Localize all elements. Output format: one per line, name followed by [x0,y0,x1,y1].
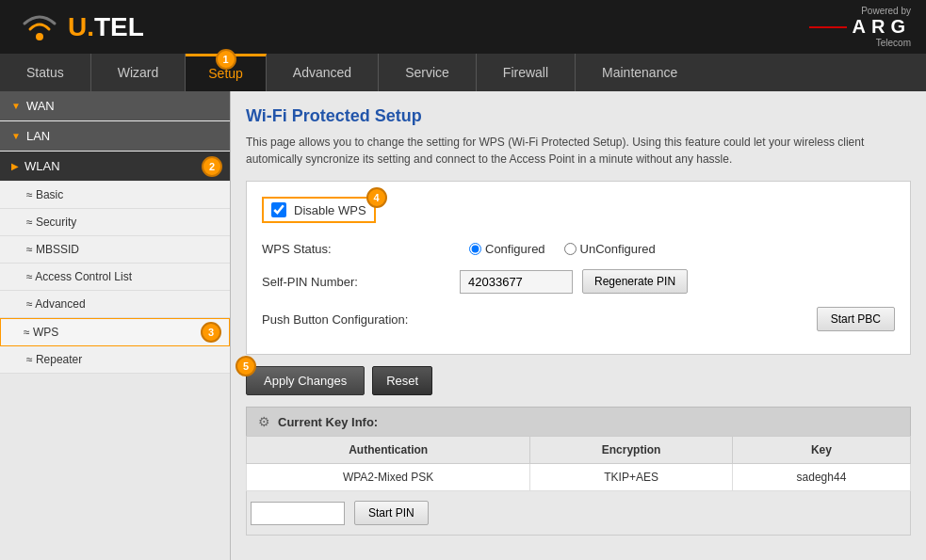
arg-logo: Powered by ARG Telecom [809,6,911,48]
sidebar-item-security[interactable]: ≈ Security [0,209,230,236]
action-row: Apply Changes 5 Reset [246,366,911,395]
sidebar-item-advanced[interactable]: ≈ Advanced [0,291,230,318]
wps-unconfigured-radio[interactable] [564,243,577,255]
cell-enc: TKIP+AES [530,464,733,491]
sidebar-item-mbssid[interactable]: ≈ MBSSID [0,236,230,264]
wps-configured-option[interactable]: Configured [469,242,545,256]
nav-maintenance[interactable]: Maintenance [576,54,704,91]
nav-wizard[interactable]: Wizard [91,54,187,91]
self-pin-input[interactable] [460,270,573,294]
nav-advanced[interactable]: Advanced [267,54,379,91]
key-info-table: Authentication Encryption Key WPA2-Mixed… [246,436,911,491]
sidebar-item-basic[interactable]: ≈ Basic [0,182,230,209]
push-button-label: Push Button Configuration: [262,312,450,327]
key-info-section: ⚙ Current Key Info: Authentication Encry… [246,407,911,536]
wps-status-options: Configured UnConfigured [469,242,656,256]
sidebar-section-wlan[interactable]: ▶ WLAN 2 [0,152,230,181]
wps-status-label: WPS Status: [262,242,450,256]
sidebar-item-repeater[interactable]: ≈ Repeater [0,346,230,374]
wps-configured-radio[interactable] [469,243,481,255]
cell-key: sadegh44 [732,464,910,491]
powered-by-text: Powered by [809,6,911,16]
arg-brand: ARG [853,16,911,38]
nav-setup[interactable]: Setup 1 [186,54,267,91]
start-pin-input[interactable] [251,502,345,525]
wps-status-row: WPS Status: Configured UnConfigured [262,236,895,256]
key-info-header: ⚙ Current Key Info: [246,407,911,436]
start-pin-row: Start PIN [246,491,911,536]
wan-label: WAN [26,99,55,113]
start-pin-button[interactable]: Start PIN [354,501,429,525]
sidebar-section-lan[interactable]: ▼ LAN [0,121,230,151]
cell-auth: WPA2-Mixed PSK [247,464,530,491]
nav-service[interactable]: Service [379,54,477,91]
badge-3: 3 [201,322,221,343]
gear-icon: ⚙ [258,414,270,429]
badge-5: 5 [236,356,256,376]
push-button-row: Push Button Configuration: Start PBC [262,307,895,331]
disable-wps-label: Disable WPS [294,203,366,217]
lan-label: LAN [26,129,50,143]
wlan-label: WLAN [24,159,60,173]
key-info-title: Current Key Info: [278,415,378,429]
nav-bar: Status Wizard Setup 1 Advanced Service F… [0,54,926,91]
badge-4: 4 [366,187,387,208]
telecom-text: Telecom [809,38,911,48]
disable-wps-checkbox[interactable] [271,202,286,217]
badge-1: 1 [216,49,236,70]
form-box: Disable WPS 4 WPS Status: Configured UnC… [246,181,911,355]
wps-unconfigured-option[interactable]: UnConfigured [564,242,656,256]
table-row: WPA2-Mixed PSK TKIP+AES sadegh44 [247,464,911,491]
nav-status[interactable]: Status [0,54,91,91]
col-header-enc: Encryption [530,437,733,464]
badge-2: 2 [202,156,222,177]
nav-firewall[interactable]: Firewall [477,54,576,91]
content-area: Wi-Fi Protected Setup This page allows y… [231,91,926,560]
svg-point-0 [36,33,43,40]
sidebar-section-wan[interactable]: ▼ WAN [0,91,230,120]
regenerate-pin-button[interactable]: Regenerate PIN [582,269,688,294]
logo-text: U.TEL [68,12,144,42]
col-header-key: Key [732,437,910,464]
logo-area: U.TEL [15,7,144,48]
disable-wps-row: Disable WPS 4 [262,197,376,223]
self-pin-row: Self-PIN Number: Regenerate PIN [262,269,895,294]
start-pbc-button[interactable]: Start PBC [817,307,895,331]
logo-icon [15,7,64,48]
sidebar-item-acl[interactable]: ≈ Access Control List [0,264,230,291]
brand-name: ARG [809,16,911,38]
header: U.TEL Powered by ARG Telecom [0,0,926,54]
sidebar-item-wps[interactable]: ≈ WPS 3 [0,318,230,346]
page-title: Wi-Fi Protected Setup [246,106,911,126]
col-header-auth: Authentication [247,437,530,464]
apply-changes-button[interactable]: Apply Changes 5 [246,366,365,395]
sidebar: ▼ WAN ▼ LAN ▶ WLAN 2 ≈ Basic ≈ Security … [0,91,231,560]
page-description: This page allows you to change the setti… [246,134,886,168]
self-pin-label: Self-PIN Number: [262,275,450,289]
main-layout: ▼ WAN ▼ LAN ▶ WLAN 2 ≈ Basic ≈ Security … [0,91,926,560]
reset-button[interactable]: Reset [372,366,432,395]
